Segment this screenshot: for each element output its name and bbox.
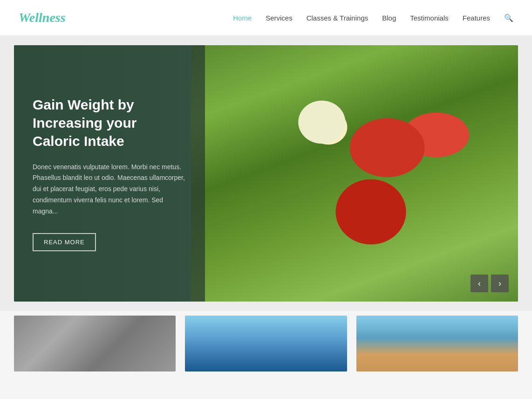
hero-title: Gain Weight by Increasing your Caloric I… [33,96,186,150]
card-kayak[interactable] [185,316,347,371]
main-nav: Home Services Classes & Trainings Blog T… [233,14,513,22]
slider-prev-button[interactable]: ‹ [471,275,488,292]
search-icon[interactable]: 🔍 [504,14,513,22]
cards-section [0,311,532,381]
card-gym[interactable] [14,316,176,371]
hero-slider: Gain Weight by Increasing your Caloric I… [14,45,518,302]
cards-grid [14,316,518,371]
hero-content: Gain Weight by Increasing your Caloric I… [14,45,205,302]
nav-classes[interactable]: Classes & Trainings [307,14,368,22]
hero-photo [191,45,518,302]
hero-wrapper: Gain Weight by Increasing your Caloric I… [0,36,532,311]
nav-home[interactable]: Home [233,14,252,22]
nav-features[interactable]: Features [463,14,490,22]
nav-blog[interactable]: Blog [382,14,396,22]
site-logo: Wellness [19,10,66,25]
nav-services[interactable]: Services [266,14,293,22]
slider-navigation: ‹ › [471,275,509,292]
site-header: Wellness Home Services Classes & Trainin… [0,0,532,36]
read-more-button[interactable]: READ MORE [33,233,96,251]
nav-testimonials[interactable]: Testimonials [410,14,449,22]
slider-next-button[interactable]: › [491,275,509,292]
hero-body: Donec venenatis vulputate lorem. Morbi n… [33,162,186,217]
card-beach[interactable] [356,316,518,371]
